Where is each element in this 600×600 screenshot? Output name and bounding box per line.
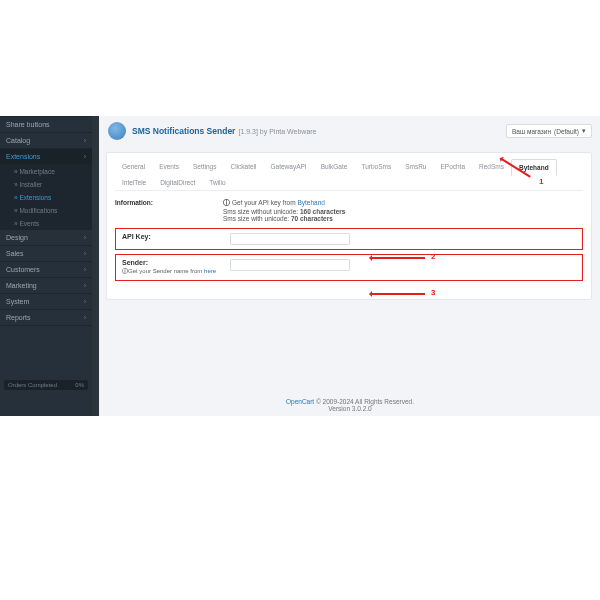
- tab-smsru[interactable]: SmsRu: [398, 159, 433, 175]
- sidebar-item-design[interactable]: Design›: [0, 230, 92, 246]
- tab-digitaldirect[interactable]: DigitalDirect: [153, 175, 202, 190]
- page-title: SMS Notifications Sender: [132, 126, 235, 136]
- information-text: ⓘGet your API key from Bytehand Sms size…: [223, 199, 346, 222]
- sidebar-item-share[interactable]: Share buttons: [0, 116, 92, 133]
- annotation-num-3: 3: [431, 288, 435, 297]
- annotation-arrow-3: [371, 293, 425, 295]
- tab-turbosms[interactable]: TurboSms: [354, 159, 398, 175]
- sidebar-item-extensions[interactable]: Extensions›: [0, 149, 92, 165]
- divider: [92, 116, 99, 416]
- tab-epochta[interactable]: EPochta: [433, 159, 472, 175]
- page-subtitle: [1.9.3] by Pinta Webware: [238, 128, 316, 135]
- tab-inteltele[interactable]: IntelTele: [115, 175, 153, 190]
- module-logo-icon: [108, 122, 126, 140]
- chevron-right-icon: ›: [84, 234, 86, 241]
- bytehand-link[interactable]: Bytehand: [297, 199, 324, 206]
- chevron-right-icon: ›: [84, 314, 86, 321]
- tab-bar: GeneralEventsSettingsClickatellGatewayAP…: [115, 159, 583, 191]
- chevron-right-icon: ›: [84, 298, 86, 305]
- chevron-right-icon: ›: [84, 250, 86, 257]
- chevron-right-icon: ›: [84, 266, 86, 273]
- sidebar-sub-marketplace[interactable]: » Marketplace: [0, 165, 92, 178]
- chevron-right-icon: ›: [84, 282, 86, 289]
- annotation-num-2: 2: [431, 252, 435, 261]
- sender-input[interactable]: [230, 259, 350, 271]
- sender-here-link[interactable]: here: [204, 268, 216, 274]
- annotation-arrow-2: [371, 257, 425, 259]
- tab-bulkgate[interactable]: BulkGate: [314, 159, 355, 175]
- orders-completed-widget[interactable]: Orders Completed0%: [4, 380, 88, 390]
- settings-panel: GeneralEventsSettingsClickatellGatewayAP…: [106, 152, 592, 300]
- info-icon: ⓘ: [223, 199, 230, 206]
- chevron-right-icon: ›: [84, 137, 86, 144]
- sidebar-sub-installer[interactable]: » Installer: [0, 178, 92, 191]
- opencart-link[interactable]: OpenCart: [286, 398, 314, 405]
- api-key-input[interactable]: [230, 233, 350, 245]
- sidebar-item-system[interactable]: System›: [0, 294, 92, 310]
- api-key-highlight: API Key:: [115, 228, 583, 250]
- tab-general[interactable]: General: [115, 159, 152, 175]
- sender-highlight: Sender: ⓘGet your Sender name from here: [115, 254, 583, 281]
- information-label: Information:: [115, 199, 223, 206]
- sidebar-item-marketing[interactable]: Marketing›: [0, 278, 92, 294]
- tab-clickatell[interactable]: Clickatell: [224, 159, 264, 175]
- sidebar-item-sales[interactable]: Sales›: [0, 246, 92, 262]
- annotation-num-1: 1: [539, 177, 543, 186]
- tab-gatewayapi[interactable]: GatewayAPI: [264, 159, 314, 175]
- footer: OpenCart © 2009-2024 All Rights Reserved…: [100, 398, 600, 412]
- sender-label: Sender:: [122, 259, 224, 266]
- api-key-label: API Key:: [122, 233, 151, 240]
- chevron-right-icon: ›: [84, 153, 86, 160]
- sidebar-item-customers[interactable]: Customers›: [0, 262, 92, 278]
- tab-twilio[interactable]: Twilio: [202, 175, 232, 190]
- tab-settings[interactable]: Settings: [186, 159, 224, 175]
- shop-selector[interactable]: Ваш магазин (Default) ▾: [506, 124, 592, 138]
- sidebar-sub-extensions[interactable]: » Extensions: [0, 191, 92, 204]
- sidebar-item-reports[interactable]: Reports›: [0, 310, 92, 326]
- sidebar-item-catalog[interactable]: Catalog›: [0, 133, 92, 149]
- page-header: SMS Notifications Sender [1.9.3] by Pint…: [100, 116, 600, 146]
- chevron-down-icon: ▾: [582, 127, 586, 135]
- sidebar-sub-events[interactable]: » Events: [0, 217, 92, 230]
- sidebar: Share buttons Catalog› Extensions› » Mar…: [0, 116, 92, 416]
- tab-events[interactable]: Events: [152, 159, 186, 175]
- sidebar-sub-modifications[interactable]: » Modifications: [0, 204, 92, 217]
